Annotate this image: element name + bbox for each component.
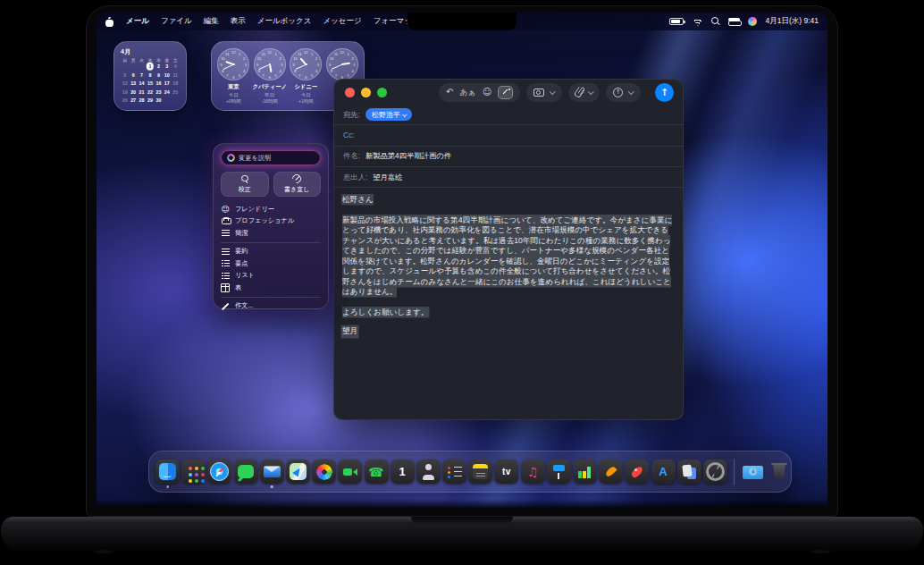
window-controls	[345, 88, 387, 97]
insert-menu-button[interactable]: ↑	[606, 83, 641, 102]
menu-item-0[interactable]: メール	[126, 16, 149, 27]
format-option-要約[interactable]: 要約	[221, 246, 321, 258]
subject-field[interactable]: 件名: 新製品第4四半期計画の件	[334, 147, 683, 167]
dock-calendar-app-icon[interactable]	[391, 460, 415, 484]
dock-tv-icon[interactable]	[494, 460, 518, 484]
compose-option[interactable]: 作文...	[221, 300, 321, 313]
dock-messages-icon[interactable]	[234, 460, 258, 484]
minimize-button[interactable]	[361, 88, 371, 97]
menu-item-4[interactable]: メールボックス	[257, 16, 312, 27]
list-icon	[221, 271, 230, 280]
body-closing: よろしくお願いします。	[342, 308, 428, 316]
calendar-day-12: 12	[121, 80, 129, 87]
format-option-表[interactable]: 表	[221, 282, 321, 294]
dock-facetime-icon[interactable]	[338, 460, 362, 484]
macbook-foot	[93, 550, 114, 553]
dock-contacts-icon[interactable]	[416, 460, 441, 484]
dock-music-icon[interactable]	[521, 460, 545, 484]
clock-number: 12	[231, 50, 235, 55]
dock-apps-icon[interactable]	[181, 460, 206, 484]
describe-change-placeholder: 変更を説明	[239, 154, 271, 163]
attachment-button[interactable]	[568, 83, 601, 102]
style-option-プロフェッショナル[interactable]: プロフェッショナル	[221, 215, 321, 228]
to-field[interactable]: 宛先: 松野浩平	[334, 105, 683, 125]
recipient-token[interactable]: 松野浩平	[365, 108, 413, 121]
style-option-簡潔[interactable]: 簡潔	[221, 227, 321, 240]
dock-safari-icon[interactable]	[207, 460, 231, 484]
apple-intelligence-icon[interactable]	[748, 17, 757, 26]
describe-change-input[interactable]: 変更を説明	[221, 150, 321, 165]
clock-number: 3	[245, 63, 247, 67]
format-option-要点[interactable]: 要点	[221, 257, 321, 270]
clock-number: 5	[311, 72, 313, 77]
writing-tools-icon[interactable]	[498, 86, 513, 99]
close-button[interactable]	[345, 88, 355, 97]
emoji-icon[interactable]: ☺	[483, 88, 491, 97]
dock-rocket-icon[interactable]	[625, 460, 649, 484]
battery-icon[interactable]	[669, 18, 684, 25]
format-text-button[interactable]: あぁ	[459, 87, 475, 98]
style-option-フレンドリー[interactable]: ☺フレンドリー	[221, 203, 321, 215]
dock-stack-icon[interactable]	[677, 460, 701, 484]
dock-photos-icon[interactable]	[312, 460, 336, 484]
calendar-month-label: 4月	[121, 47, 180, 56]
dock-appstore-icon[interactable]	[651, 460, 676, 484]
clock-off: -16時間	[262, 98, 278, 105]
wifi-icon[interactable]	[692, 17, 703, 26]
dock-trash-icon[interactable]	[768, 460, 792, 484]
dock-reminders-icon[interactable]	[442, 460, 466, 484]
from-field[interactable]: 差出人: 望月嘉絵	[334, 167, 683, 188]
calendar-day-30: 30	[155, 97, 163, 104]
format-option-リスト[interactable]: リスト	[221, 270, 321, 282]
clock-number: 7	[226, 72, 228, 77]
format-option-要約-label: 要約	[235, 247, 248, 256]
calendar-day-empty	[163, 97, 171, 104]
dock-keynote-icon[interactable]	[547, 460, 571, 484]
dock-phone-icon[interactable]	[365, 460, 389, 484]
photo-browser-button[interactable]	[526, 83, 562, 102]
dock-notes-icon[interactable]	[468, 460, 492, 484]
clock-number: 3	[317, 63, 319, 67]
zoom-button[interactable]	[377, 88, 387, 97]
clock-number: 4	[279, 68, 281, 72]
dock-mail-app-icon[interactable]	[260, 460, 284, 484]
mail-body[interactable]: 松野さん新製品の市場投入戦略に関する第4四半期計画について、改めてご連絡です。今…	[334, 188, 683, 343]
calendar-day-14: 14	[138, 80, 146, 87]
rewrite-icon	[292, 174, 301, 183]
dock-settings-icon[interactable]	[703, 460, 727, 484]
calendar-day-22: 22	[146, 89, 154, 96]
calendar-widget[interactable]: 4月 日月火水木金土 12345678910111213141516171819…	[113, 41, 187, 111]
to-label: 宛先:	[343, 110, 360, 120]
dock-numbers-icon[interactable]	[573, 460, 597, 484]
dock-separator	[734, 459, 735, 485]
clock-number: 7	[263, 72, 265, 77]
cc-field[interactable]: Cc:	[334, 125, 683, 146]
send-button[interactable]: ↑	[655, 83, 674, 102]
clock-number: 10	[293, 56, 297, 61]
mail-titlebar: ↶ あぁ ☺ ↑	[334, 80, 683, 105]
dock-pages-icon[interactable]	[599, 460, 623, 484]
calendar-day-7: 7	[138, 72, 146, 79]
spotlight-search-icon[interactable]	[711, 17, 720, 26]
undo-icon[interactable]: ↶	[446, 88, 453, 97]
rewrite-button[interactable]: 書き直し	[273, 172, 322, 197]
menu-item-2[interactable]: 編集	[204, 16, 219, 27]
clock-day: 昨日	[265, 92, 274, 98]
control-center-icon[interactable]	[728, 18, 740, 26]
dock-downloads-icon[interactable]	[741, 460, 765, 484]
apple-menu-icon[interactable]	[105, 17, 113, 27]
compose-option-label: 作文...	[235, 301, 253, 310]
clock-number: 12	[340, 50, 344, 55]
clock-number: 12	[304, 50, 307, 55]
dock-maps-icon[interactable]	[286, 460, 310, 484]
dock-finder-icon[interactable]	[155, 460, 180, 484]
clock-number: 11	[225, 52, 229, 56]
menu-bar-clock[interactable]: 4月1日(水) 9:41	[765, 16, 819, 27]
menu-item-3[interactable]: 表示	[231, 16, 246, 27]
menu-item-1[interactable]: ファイル	[161, 16, 192, 27]
style-option-プロフェッショナル-label: プロフェッショナル	[235, 216, 294, 225]
menu-item-5[interactable]: メッセージ	[323, 16, 361, 27]
clock-number: 10	[330, 56, 333, 61]
calendar-day-24: 24	[163, 89, 171, 96]
proofread-button[interactable]: 校正	[221, 172, 269, 197]
